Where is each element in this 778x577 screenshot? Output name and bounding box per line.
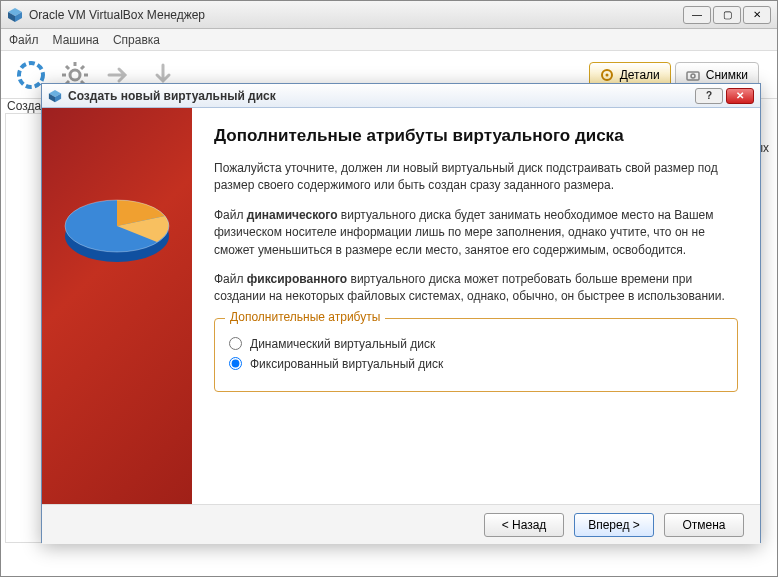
back-button[interactable]: < Назад (484, 513, 564, 537)
minimize-button[interactable]: — (683, 6, 711, 24)
menu-help[interactable]: Справка (113, 33, 160, 47)
svg-point-4 (70, 70, 80, 80)
radio-fixed-label: Фиксированный виртуальный диск (250, 357, 443, 371)
next-button[interactable]: Вперед > (574, 513, 654, 537)
dialog-help-button[interactable]: ? (695, 88, 723, 104)
details-icon (600, 68, 614, 82)
svg-point-14 (605, 73, 608, 76)
svg-rect-15 (687, 72, 699, 80)
window-controls: — ▢ ✕ (683, 6, 771, 24)
radio-fixed-input[interactable] (229, 357, 242, 370)
svg-point-3 (19, 63, 43, 87)
svg-point-16 (691, 74, 695, 78)
dialog-title: Создать новый виртуальный диск (68, 89, 692, 103)
dialog-footer: < Назад Вперед > Отмена (42, 504, 760, 544)
dialog-paragraph-3: Файл фиксированного виртуального диска м… (214, 271, 738, 306)
groupbox-legend: Дополнительные атрибуты (225, 310, 385, 324)
dialog-paragraph-1: Пожалуйста уточните, должен ли новый вир… (214, 160, 738, 195)
camera-icon (686, 68, 700, 82)
app-cube-icon (7, 7, 23, 23)
main-window-title: Oracle VM VirtualBox Менеджер (29, 8, 683, 22)
radio-fixed[interactable]: Фиксированный виртуальный диск (229, 357, 723, 371)
toolbar-create-label: Созда (7, 99, 41, 113)
radio-dynamic-label: Динамический виртуальный диск (250, 337, 435, 351)
svg-line-11 (81, 66, 84, 69)
disk-pie-icon (57, 166, 177, 286)
close-button[interactable]: ✕ (743, 6, 771, 24)
dialog-titlebar: Создать новый виртуальный диск ? ✕ (42, 84, 760, 108)
attributes-groupbox: Дополнительные атрибуты Динамический вир… (214, 318, 738, 392)
svg-line-9 (66, 66, 69, 69)
maximize-button[interactable]: ▢ (713, 6, 741, 24)
tab-details-label: Детали (620, 68, 660, 82)
dialog-paragraph-2: Файл динамического виртуального диска бу… (214, 207, 738, 259)
menu-file[interactable]: Файл (9, 33, 39, 47)
main-window: Oracle VM VirtualBox Менеджер — ▢ ✕ Файл… (0, 0, 778, 577)
main-titlebar: Oracle VM VirtualBox Менеджер — ▢ ✕ (1, 1, 777, 29)
dialog-cube-icon (48, 89, 62, 103)
dialog-heading: Дополнительные атрибуты виртуального дис… (214, 126, 738, 146)
create-disk-dialog: Создать новый виртуальный диск ? ✕ Допол… (41, 83, 761, 543)
tab-snapshots-label: Снимки (706, 68, 748, 82)
radio-dynamic-input[interactable] (229, 337, 242, 350)
radio-dynamic[interactable]: Динамический виртуальный диск (229, 337, 723, 351)
menubar: Файл Машина Справка (1, 29, 777, 51)
dialog-side-image (42, 108, 192, 504)
dialog-content: Дополнительные атрибуты виртуального дис… (192, 108, 760, 504)
cancel-button[interactable]: Отмена (664, 513, 744, 537)
menu-machine[interactable]: Машина (53, 33, 99, 47)
dialog-close-button[interactable]: ✕ (726, 88, 754, 104)
dialog-body: Дополнительные атрибуты виртуального дис… (42, 108, 760, 504)
